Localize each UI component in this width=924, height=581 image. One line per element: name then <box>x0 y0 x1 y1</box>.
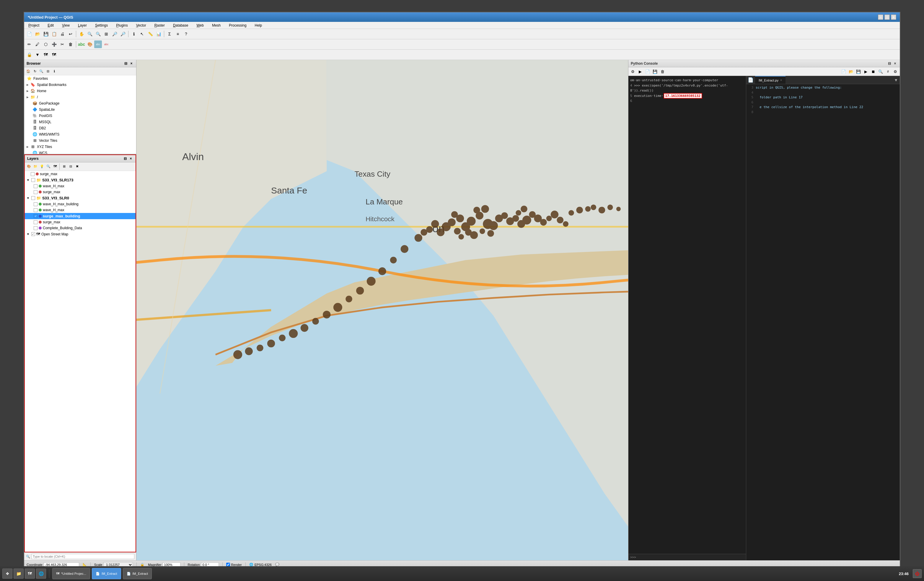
layer-group-slr0[interactable]: ▼ 📁 S33_Vf3_SLR0 <box>25 195 135 201</box>
select-button[interactable]: ↖ <box>138 30 146 38</box>
layer-visibility-check[interactable] <box>34 214 38 218</box>
print-button[interactable]: 🖨 <box>58 30 66 38</box>
browser-info-btn[interactable]: ℹ <box>51 68 57 74</box>
menu-plugins[interactable]: Plugins <box>114 23 129 28</box>
browser-refresh-btn[interactable]: ↻ <box>32 68 38 74</box>
editor-dropdown-btn[interactable]: ▼ <box>892 76 900 84</box>
browser-item-xyz-tiles[interactable]: ▶ ⊞ XYZ Tiles <box>24 144 136 150</box>
editor-save-btn[interactable]: 💾 <box>855 68 862 75</box>
pan-button[interactable]: ✋ <box>78 30 85 38</box>
layer-item-wave-hmax-1[interactable]: wave_H_max <box>25 183 135 189</box>
power-button[interactable]: ⏻ <box>913 569 922 578</box>
browser-icon-1[interactable]: ⊟ <box>124 61 128 66</box>
collapse-all-btn[interactable]: ⊟ <box>68 163 74 169</box>
browser-item-wcs[interactable]: 🌐 WCS <box>24 150 136 154</box>
layer-group-slr173[interactable]: ▼ 📁 S33_Vf3_SLR173 <box>25 177 135 183</box>
delete-feature-button[interactable]: 🗑 <box>67 40 74 48</box>
identify-button[interactable]: ℹ <box>130 30 138 38</box>
layer-visibility-check[interactable] <box>31 172 35 176</box>
menu-database[interactable]: Database <box>171 23 190 28</box>
zoom-in-button[interactable]: 🔍 <box>86 30 94 38</box>
menu-settings[interactable]: Settings <box>93 23 110 28</box>
label-move-button[interactable]: abc <box>102 40 110 48</box>
node-tool-button[interactable]: ⬡ <box>42 40 50 48</box>
expand-all-btn[interactable]: ⊞ <box>61 163 67 169</box>
browser-item-spatial-bookmarks[interactable]: ▶ 🔖 Spatial Bookmarks <box>24 81 136 88</box>
label-style-button[interactable]: abc <box>94 40 102 48</box>
layer-item-surge-max-1[interactable]: surge_max <box>25 171 135 177</box>
menu-project[interactable]: Project <box>26 23 41 28</box>
console-run-btn[interactable]: ▶ <box>637 68 644 75</box>
layer-visibility-check[interactable] <box>34 190 38 194</box>
statistics-button[interactable]: Σ <box>166 30 173 38</box>
console-icon-1[interactable]: ⊟ <box>887 61 892 66</box>
undo-button[interactable]: ↩ <box>67 30 74 38</box>
label-color-button[interactable]: 🎨 <box>86 40 94 48</box>
taskbar-item-imextract-1[interactable]: 📄 IM_Extract <box>92 568 121 579</box>
show-tips-btn[interactable]: 💡 <box>39 163 45 169</box>
browser-item-favorites[interactable]: ⭐ Favorites <box>24 75 136 81</box>
browser-item-mssql[interactable]: 🗄 MSSQL <box>24 119 136 125</box>
move-feature-button[interactable]: ✂ <box>58 40 66 48</box>
zoom-selection-button[interactable]: 🔎 <box>111 30 119 38</box>
editor-hash-btn[interactable]: # <box>885 68 891 75</box>
snap-button[interactable]: 🔒 <box>25 51 33 58</box>
menu-vector[interactable]: Vector <box>134 23 148 28</box>
menu-processing[interactable]: Processing <box>227 23 248 28</box>
digitize-button-1[interactable]: ✏ <box>25 40 33 48</box>
calculator-button[interactable]: ≡ <box>174 30 182 38</box>
layer-item-surge-max-3[interactable]: surge_max <box>25 219 135 225</box>
layer-visibility-check[interactable] <box>34 208 38 212</box>
taskbar-start-icon[interactable]: ❖ <box>2 569 12 579</box>
browser-item-postgis[interactable]: 🐘 PostGIS <box>24 112 136 119</box>
layers-icon-2[interactable]: × <box>129 156 133 161</box>
console-open-btn[interactable]: 📄 <box>644 68 651 75</box>
layer-item-osm[interactable]: ▼ 🗺 Open Street Map <box>25 231 135 237</box>
layer-visibility-check[interactable] <box>31 232 35 236</box>
browser-item-db2[interactable]: 🗄 DB2 <box>24 125 136 131</box>
layers-icon-1[interactable]: ⊟ <box>123 156 127 161</box>
zoom-full-button[interactable]: ⊞ <box>102 30 110 38</box>
menu-view[interactable]: View <box>60 23 71 28</box>
help-button[interactable]: ? <box>182 30 190 38</box>
browser-item-root[interactable]: ▶ 📁 / <box>24 94 136 100</box>
menu-edit[interactable]: Edit <box>46 23 56 28</box>
layer-visibility-check[interactable] <box>31 196 35 200</box>
menu-help[interactable]: Help <box>253 23 264 28</box>
console-input[interactable] <box>637 555 744 559</box>
attribute-table-button[interactable]: 📊 <box>155 30 162 38</box>
browser-item-vector-tiles[interactable]: ⊞ Vector Tiles <box>24 137 136 144</box>
taskbar-files-btn[interactable]: 📁 <box>13 569 24 579</box>
editor-open-btn[interactable]: 📂 <box>848 68 854 75</box>
editor-stop-btn[interactable]: ⏹ <box>870 68 876 75</box>
save-as-button[interactable]: 📋 <box>50 30 58 38</box>
remove-layer-btn[interactable]: ✖ <box>74 163 80 169</box>
layer-visibility-check[interactable] <box>34 220 38 224</box>
zoom-out-button[interactable]: 🔍 <box>94 30 102 38</box>
locate-input[interactable] <box>31 554 134 559</box>
editor-tab-im-extract[interactable]: IM_Extract.py × <box>755 76 785 84</box>
browser-item-home[interactable]: ▶ 🏠 Home <box>24 88 136 94</box>
new-project-button[interactable]: 📄 <box>25 30 33 38</box>
close-button[interactable]: × <box>891 15 896 20</box>
browser-collapse-btn[interactable]: ⊟ <box>45 68 51 74</box>
layer-item-complete-building[interactable]: Complete_Building_Data <box>25 225 135 231</box>
console-clear-btn[interactable]: 🗑 <box>659 68 666 75</box>
layer-item-wave-hmax-building[interactable]: wave_H_max_building <box>25 201 135 207</box>
layer-visibility-check[interactable] <box>34 184 38 188</box>
browser-icon-2[interactable]: × <box>129 61 134 66</box>
browser-home-btn[interactable]: 🏠 <box>25 68 31 74</box>
label-button[interactable]: abc <box>78 40 85 48</box>
group-expand-icon[interactable]: ▼ <box>26 178 30 182</box>
browser-item-geopackage[interactable]: 📦 GeoPackage <box>24 100 136 106</box>
filter-by-map-btn[interactable]: 🗺 <box>52 163 58 169</box>
taskbar-item-qgis[interactable]: 🗺 *Untitled Projec... <box>52 568 90 579</box>
editor-new-btn[interactable]: 📄 <box>840 68 847 75</box>
zoom-layer-button[interactable]: 🔎 <box>119 30 127 38</box>
maximize-button[interactable]: □ <box>884 15 890 20</box>
layer-item-wave-hmax-2[interactable]: wave_H_max <box>25 207 135 213</box>
filter-layers-btn[interactable]: 🔍 <box>46 163 51 169</box>
taskbar-qgis-btn[interactable]: 🗺 <box>25 569 35 579</box>
save-project-button[interactable]: 💾 <box>42 30 50 38</box>
browser-item-spatialite[interactable]: 🔷 SpatiaLite <box>24 106 136 112</box>
